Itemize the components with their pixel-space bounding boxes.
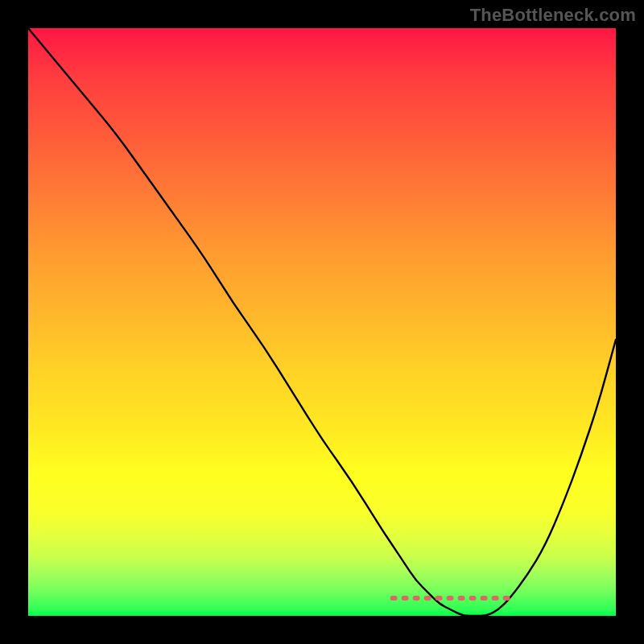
- watermark-text: TheBottleneck.com: [470, 5, 636, 26]
- curve-overlay: [28, 28, 616, 616]
- chart-container: TheBottleneck.com: [0, 0, 644, 644]
- bottleneck-curve-path: [28, 28, 616, 616]
